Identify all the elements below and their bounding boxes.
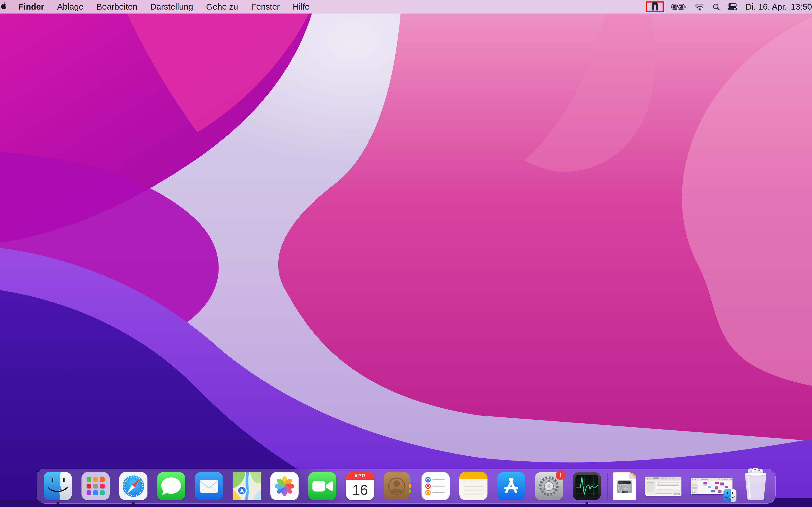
calendar-day: 16 [346,480,374,500]
dock-item-system-preferences[interactable]: 1 [535,472,563,500]
disk-image-document-icon [613,472,636,500]
menu-item-fenster[interactable]: Fenster [251,2,280,11]
finder-icon [44,472,72,500]
trash-full-icon [742,468,769,501]
calendar-month: APR [346,472,374,480]
clock-time: 13:50 [791,2,812,11]
wifi-icon[interactable] [695,3,705,11]
apple-logo-icon [0,2,6,11]
notes-icon [459,472,488,500]
reminders-icon [421,472,450,500]
annotation-highlight-box [646,1,664,12]
messages-icon [157,472,185,500]
photos-icon [270,472,299,500]
menu-bar-menus: Finder Ablage Bearbeiten Darstellung Geh… [0,2,322,11]
dock-item-minimized-window-configurations[interactable] [645,476,681,496]
dock-item-safari[interactable] [119,472,147,500]
tunnelblick-vpn-icon[interactable] [650,1,660,13]
facetime-icon [308,472,336,500]
dock-item-notes[interactable] [459,472,488,500]
notification-badge: 1 [556,470,565,480]
dock-item-activity-monitor[interactable] [573,472,601,500]
app-store-icon [497,472,525,500]
dock-separator [607,473,608,499]
running-indicator [57,502,59,504]
spotlight-search-icon[interactable] [712,3,720,11]
calendar-icon: APR 16 [346,472,374,500]
finder-app-badge [723,489,737,502]
menu-bar-status: Di. 16. Apr. 13:50 [646,1,812,12]
desktop-wallpaper [0,0,812,507]
battery-charging-icon[interactable] [671,3,687,11]
dock-item-finder[interactable] [44,472,72,500]
dock-item-contacts[interactable] [384,472,412,500]
menu-item-finder[interactable]: Finder [18,2,44,11]
minimized-window-configurations-thumbnail [645,476,681,496]
safari-icon [119,472,147,500]
maps-icon [233,472,261,500]
apple-menu[interactable] [0,2,6,11]
dock-item-facetime[interactable] [308,472,336,500]
dock-item-minimized-window-finder[interactable] [691,478,732,494]
contacts-icon [384,472,412,500]
menu-item-gehe-zu[interactable]: Gehe zu [206,2,238,11]
dock-item-app-store[interactable] [497,472,525,500]
dock-item-mail[interactable] [195,472,223,500]
dock-item-maps[interactable] [233,472,261,500]
menu-item-hilfe[interactable]: Hilfe [293,2,310,11]
dock: APR 16 [37,469,776,504]
menu-bar: Finder Ablage Bearbeiten Darstellung Geh… [0,0,812,13]
mail-icon [195,472,223,500]
clock-date: Di. 16. Apr. [746,2,787,11]
dock-item-trash[interactable] [742,468,769,501]
dock-item-calendar[interactable]: APR 16 [346,472,374,500]
dock-item-photos[interactable] [270,472,299,500]
menu-bar-clock[interactable]: Di. 16. Apr. 13:50 [746,2,812,11]
control-center-icon[interactable] [728,3,738,11]
dock-item-launchpad[interactable] [82,472,110,500]
launchpad-icon [82,472,110,500]
running-indicator [132,502,135,504]
menu-item-bearbeiten[interactable]: Bearbeiten [96,2,137,11]
dock-apps: APR 16 [44,472,601,500]
menu-item-darstellung[interactable]: Darstellung [150,2,193,11]
dock-files [613,472,769,501]
activity-monitor-icon [573,472,601,500]
dock-item-reminders[interactable] [421,472,450,500]
dock-item-messages[interactable] [157,472,185,500]
running-indicator [586,502,588,504]
dock-item-disk-image-document[interactable] [613,472,636,500]
menu-item-ablage[interactable]: Ablage [57,2,84,11]
